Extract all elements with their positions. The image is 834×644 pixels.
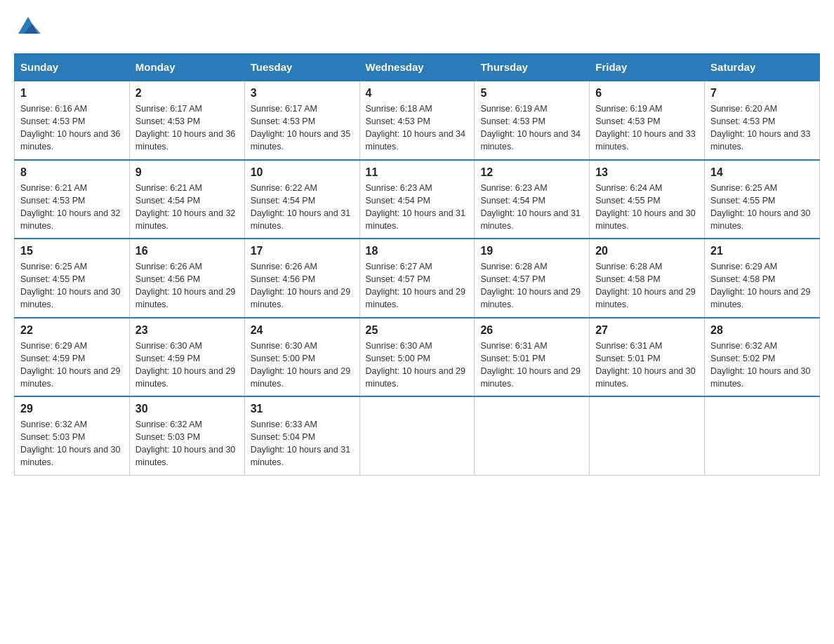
day-info: Sunrise: 6:32 AMSunset: 5:03 PMDaylight:… xyxy=(135,420,235,467)
day-info: Sunrise: 6:32 AMSunset: 5:02 PMDaylight:… xyxy=(710,341,810,389)
calendar-cell xyxy=(705,396,820,475)
day-number: 4 xyxy=(366,87,469,100)
calendar-cell: 28Sunrise: 6:32 AMSunset: 5:02 PMDayligh… xyxy=(705,318,820,397)
calendar-cell: 31Sunrise: 6:33 AMSunset: 5:04 PMDayligh… xyxy=(244,396,359,475)
calendar-cell: 9Sunrise: 6:21 AMSunset: 4:54 PMDaylight… xyxy=(129,160,244,239)
day-info: Sunrise: 6:25 AMSunset: 4:55 PMDaylight:… xyxy=(20,262,120,309)
day-info: Sunrise: 6:29 AMSunset: 4:59 PMDaylight:… xyxy=(20,341,120,389)
day-info: Sunrise: 6:22 AMSunset: 4:54 PMDaylight:… xyxy=(251,183,350,231)
calendar-cell: 1Sunrise: 6:16 AMSunset: 4:53 PMDaylight… xyxy=(15,81,130,160)
day-number: 6 xyxy=(595,87,699,100)
day-number: 3 xyxy=(251,87,354,100)
day-info: Sunrise: 6:19 AMSunset: 4:53 PMDaylight:… xyxy=(480,104,580,152)
day-info: Sunrise: 6:29 AMSunset: 4:58 PMDaylight:… xyxy=(710,262,810,309)
day-number: 31 xyxy=(251,403,354,415)
logo-icon xyxy=(15,14,41,39)
calendar-cell: 29Sunrise: 6:32 AMSunset: 5:03 PMDayligh… xyxy=(15,396,130,475)
day-info: Sunrise: 6:28 AMSunset: 4:57 PMDaylight:… xyxy=(480,262,580,309)
day-info: Sunrise: 6:30 AMSunset: 5:00 PMDaylight:… xyxy=(366,341,465,389)
week-row-2: 8Sunrise: 6:21 AMSunset: 4:53 PMDaylight… xyxy=(15,160,820,239)
logo xyxy=(14,14,42,39)
calendar-cell: 20Sunrise: 6:28 AMSunset: 4:58 PMDayligh… xyxy=(590,239,705,318)
week-row-5: 29Sunrise: 6:32 AMSunset: 5:03 PMDayligh… xyxy=(15,396,820,475)
day-info: Sunrise: 6:17 AMSunset: 4:53 PMDaylight:… xyxy=(251,104,350,152)
day-info: Sunrise: 6:30 AMSunset: 4:59 PMDaylight:… xyxy=(135,341,235,389)
calendar-cell: 30Sunrise: 6:32 AMSunset: 5:03 PMDayligh… xyxy=(129,396,244,475)
header-cell-monday: Monday xyxy=(129,54,244,81)
calendar-cell xyxy=(590,396,705,475)
day-info: Sunrise: 6:23 AMSunset: 4:54 PMDaylight:… xyxy=(480,183,580,231)
day-number: 30 xyxy=(135,403,239,415)
calendar-body: 1Sunrise: 6:16 AMSunset: 4:53 PMDaylight… xyxy=(15,81,820,475)
calendar-cell: 26Sunrise: 6:31 AMSunset: 5:01 PMDayligh… xyxy=(475,318,590,397)
calendar-cell: 19Sunrise: 6:28 AMSunset: 4:57 PMDayligh… xyxy=(475,239,590,318)
day-info: Sunrise: 6:25 AMSunset: 4:55 PMDaylight:… xyxy=(710,183,810,231)
calendar-cell: 24Sunrise: 6:30 AMSunset: 5:00 PMDayligh… xyxy=(244,318,359,397)
calendar-cell: 14Sunrise: 6:25 AMSunset: 4:55 PMDayligh… xyxy=(705,160,820,239)
calendar-cell: 2Sunrise: 6:17 AMSunset: 4:53 PMDaylight… xyxy=(129,81,244,160)
day-number: 23 xyxy=(135,324,239,337)
day-info: Sunrise: 6:20 AMSunset: 4:53 PMDaylight:… xyxy=(710,104,810,152)
day-number: 17 xyxy=(251,245,354,257)
day-number: 27 xyxy=(595,324,699,337)
day-number: 12 xyxy=(480,166,583,179)
day-info: Sunrise: 6:18 AMSunset: 4:53 PMDaylight:… xyxy=(366,104,465,152)
day-number: 1 xyxy=(20,87,124,100)
page-header xyxy=(14,14,820,39)
day-number: 24 xyxy=(251,324,354,337)
calendar-cell: 13Sunrise: 6:24 AMSunset: 4:55 PMDayligh… xyxy=(590,160,705,239)
day-number: 28 xyxy=(710,324,814,337)
day-number: 7 xyxy=(710,87,814,100)
day-number: 13 xyxy=(595,166,699,179)
calendar-cell: 16Sunrise: 6:26 AMSunset: 4:56 PMDayligh… xyxy=(129,239,244,318)
day-number: 22 xyxy=(20,324,124,337)
calendar-cell: 10Sunrise: 6:22 AMSunset: 4:54 PMDayligh… xyxy=(244,160,359,239)
calendar-cell: 8Sunrise: 6:21 AMSunset: 4:53 PMDaylight… xyxy=(15,160,130,239)
day-info: Sunrise: 6:23 AMSunset: 4:54 PMDaylight:… xyxy=(366,183,465,231)
day-info: Sunrise: 6:31 AMSunset: 5:01 PMDaylight:… xyxy=(595,341,695,389)
day-info: Sunrise: 6:21 AMSunset: 4:53 PMDaylight:… xyxy=(20,183,120,231)
day-info: Sunrise: 6:33 AMSunset: 5:04 PMDaylight:… xyxy=(251,420,350,467)
day-info: Sunrise: 6:26 AMSunset: 4:56 PMDaylight:… xyxy=(251,262,350,309)
calendar-cell: 17Sunrise: 6:26 AMSunset: 4:56 PMDayligh… xyxy=(244,239,359,318)
header-cell-sunday: Sunday xyxy=(15,54,130,81)
calendar-cell: 25Sunrise: 6:30 AMSunset: 5:00 PMDayligh… xyxy=(359,318,475,397)
calendar-cell: 18Sunrise: 6:27 AMSunset: 4:57 PMDayligh… xyxy=(359,239,475,318)
day-number: 5 xyxy=(480,87,583,100)
week-row-3: 15Sunrise: 6:25 AMSunset: 4:55 PMDayligh… xyxy=(15,239,820,318)
day-info: Sunrise: 6:16 AMSunset: 4:53 PMDaylight:… xyxy=(20,104,120,152)
day-number: 20 xyxy=(595,245,699,257)
header-cell-wednesday: Wednesday xyxy=(359,54,475,81)
day-info: Sunrise: 6:30 AMSunset: 5:00 PMDaylight:… xyxy=(251,341,350,389)
day-number: 9 xyxy=(135,166,239,179)
calendar-cell: 5Sunrise: 6:19 AMSunset: 4:53 PMDaylight… xyxy=(475,81,590,160)
day-number: 26 xyxy=(480,324,583,337)
calendar-table: SundayMondayTuesdayWednesdayThursdayFrid… xyxy=(14,53,820,476)
day-info: Sunrise: 6:32 AMSunset: 5:03 PMDaylight:… xyxy=(20,420,120,467)
day-number: 25 xyxy=(366,324,469,337)
calendar-header: SundayMondayTuesdayWednesdayThursdayFrid… xyxy=(15,54,820,81)
day-number: 18 xyxy=(366,245,469,257)
header-cell-friday: Friday xyxy=(590,54,705,81)
calendar-cell xyxy=(475,396,590,475)
day-number: 15 xyxy=(20,245,124,257)
header-cell-thursday: Thursday xyxy=(475,54,590,81)
week-row-4: 22Sunrise: 6:29 AMSunset: 4:59 PMDayligh… xyxy=(15,318,820,397)
calendar-cell: 4Sunrise: 6:18 AMSunset: 4:53 PMDaylight… xyxy=(359,81,475,160)
calendar-cell: 3Sunrise: 6:17 AMSunset: 4:53 PMDaylight… xyxy=(244,81,359,160)
day-number: 10 xyxy=(251,166,354,179)
header-row: SundayMondayTuesdayWednesdayThursdayFrid… xyxy=(15,54,820,81)
week-row-1: 1Sunrise: 6:16 AMSunset: 4:53 PMDaylight… xyxy=(15,81,820,160)
day-info: Sunrise: 6:31 AMSunset: 5:01 PMDaylight:… xyxy=(480,341,580,389)
calendar-cell: 23Sunrise: 6:30 AMSunset: 4:59 PMDayligh… xyxy=(129,318,244,397)
day-info: Sunrise: 6:27 AMSunset: 4:57 PMDaylight:… xyxy=(366,262,465,309)
calendar-cell: 21Sunrise: 6:29 AMSunset: 4:58 PMDayligh… xyxy=(705,239,820,318)
calendar-cell: 6Sunrise: 6:19 AMSunset: 4:53 PMDaylight… xyxy=(590,81,705,160)
day-info: Sunrise: 6:28 AMSunset: 4:58 PMDaylight:… xyxy=(595,262,695,309)
day-info: Sunrise: 6:19 AMSunset: 4:53 PMDaylight:… xyxy=(595,104,695,152)
day-number: 8 xyxy=(20,166,124,179)
calendar-cell: 22Sunrise: 6:29 AMSunset: 4:59 PMDayligh… xyxy=(15,318,130,397)
day-info: Sunrise: 6:21 AMSunset: 4:54 PMDaylight:… xyxy=(135,183,235,231)
calendar-cell: 11Sunrise: 6:23 AMSunset: 4:54 PMDayligh… xyxy=(359,160,475,239)
day-number: 19 xyxy=(480,245,583,257)
